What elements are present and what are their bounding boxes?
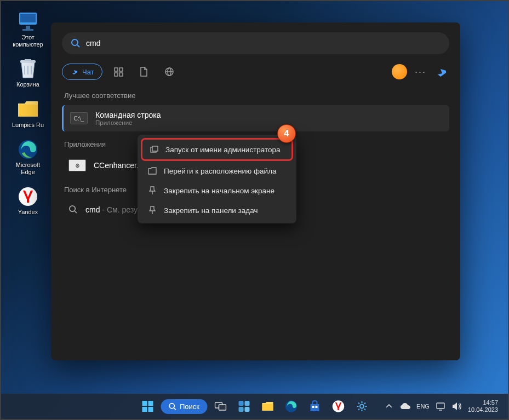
taskbar-edge[interactable] — [281, 396, 301, 417]
svg-rect-27 — [219, 405, 226, 410]
svg-rect-12 — [119, 73, 123, 76]
tab-web[interactable] — [161, 63, 178, 80]
bing-icon — [70, 67, 79, 76]
svg-point-35 — [332, 400, 344, 412]
cmd-icon: C:\_ — [70, 112, 88, 124]
svg-rect-20 — [142, 401, 147, 406]
desktop-icon-folder[interactable]: Lumpics Ru — [9, 99, 47, 129]
menu-label: Закрепить на панели задач — [164, 206, 258, 215]
desktop-icon-label: Lumpics Ru — [12, 122, 44, 129]
result-title: Командная строка — [95, 111, 161, 119]
taskbar-search[interactable]: Поиск — [161, 399, 207, 414]
desktop-icon-edge[interactable]: MicrosoftEdge — [9, 139, 47, 176]
svg-rect-28 — [238, 401, 243, 406]
monitor-icon — [17, 11, 39, 33]
context-menu: Запуск от имени администратора Перейти к… — [138, 135, 296, 223]
menu-run-admin[interactable]: Запуск от имени администратора — [141, 138, 293, 161]
tray-network[interactable] — [435, 401, 446, 412]
menu-label: Перейти к расположению файла — [164, 167, 277, 175]
svg-rect-11 — [115, 73, 118, 76]
cmd-file-icon: ⚙ — [68, 159, 86, 171]
desktop-icon-yandex[interactable]: Yandex — [9, 186, 47, 216]
result-cmd[interactable]: C:\_ Командная строка Приложение — [62, 105, 449, 131]
tray-language[interactable]: ENG — [416, 403, 430, 410]
taskbar-yandex[interactable] — [328, 396, 348, 417]
more-button[interactable]: ··· — [415, 66, 426, 78]
desktop-icon-this-pc[interactable]: Этоткомпьютер — [9, 11, 47, 48]
svg-line-8 — [77, 45, 79, 47]
desktop-icon-label: Этоткомпьютер — [13, 34, 43, 48]
section-best-match: Лучшее соответствие — [64, 91, 447, 100]
taskbar-store[interactable] — [304, 396, 325, 417]
taskbar: Поиск ENG 14:57 10.04.2023 — [1, 394, 508, 419]
desktop-icon-label: Корзина — [16, 81, 39, 88]
pin-icon — [147, 186, 157, 195]
taskbar-widgets[interactable] — [233, 396, 254, 417]
svg-rect-34 — [315, 406, 317, 408]
desktop-icon-label: Yandex — [18, 209, 38, 216]
tab-chat[interactable]: Чат — [62, 64, 102, 80]
search-icon — [71, 38, 81, 48]
taskbar-settings[interactable] — [351, 396, 372, 417]
tab-label: Чат — [82, 68, 94, 76]
svg-rect-2 — [26, 26, 30, 29]
svg-rect-37 — [437, 403, 444, 409]
search-icon — [168, 402, 176, 411]
time: 14:57 — [468, 399, 498, 406]
svg-rect-22 — [142, 407, 147, 412]
yandex-icon — [17, 186, 39, 208]
search-box[interactable] — [62, 32, 449, 54]
search-label: Поиск — [180, 402, 199, 411]
taskbar-explorer[interactable] — [257, 396, 278, 417]
svg-point-6 — [19, 187, 37, 206]
folder-icon — [17, 99, 39, 120]
tab-documents[interactable] — [135, 63, 153, 80]
annotation-badge-4: 4 — [277, 124, 296, 143]
tray-clock[interactable]: 14:57 10.04.2023 — [468, 399, 498, 413]
tab-apps[interactable] — [110, 63, 128, 80]
menu-open-location[interactable]: Перейти к расположению файла — [141, 161, 293, 181]
svg-rect-10 — [119, 68, 123, 71]
svg-rect-1 — [20, 14, 36, 22]
taskbar-start[interactable] — [137, 396, 158, 417]
svg-rect-9 — [115, 68, 118, 71]
menu-label: Запуск от имени администратора — [165, 146, 281, 154]
desktop-icon-label: MicrosoftEdge — [16, 162, 41, 176]
svg-point-24 — [169, 403, 174, 408]
svg-rect-19 — [152, 146, 158, 151]
folder-icon — [147, 166, 157, 176]
edge-icon — [17, 139, 39, 160]
search-input[interactable] — [86, 39, 441, 48]
user-avatar[interactable] — [392, 64, 407, 79]
svg-point-7 — [72, 39, 78, 45]
svg-rect-23 — [148, 407, 153, 412]
date: 10.04.2023 — [468, 406, 498, 413]
svg-rect-29 — [244, 401, 249, 406]
svg-rect-33 — [312, 406, 314, 408]
svg-rect-30 — [238, 407, 243, 412]
svg-line-17 — [75, 211, 77, 213]
tray-volume[interactable] — [451, 401, 462, 412]
svg-point-16 — [70, 206, 75, 211]
recycle-bin-icon — [17, 58, 39, 80]
svg-rect-21 — [148, 401, 153, 406]
svg-point-36 — [360, 405, 364, 409]
search-icon — [68, 205, 78, 214]
pin-icon — [147, 205, 157, 215]
tray-chevron[interactable] — [384, 401, 394, 412]
tray-onedrive[interactable] — [400, 401, 411, 412]
menu-pin-taskbar[interactable]: Закрепить на панели задач — [141, 200, 293, 220]
shield-icon — [149, 145, 159, 154]
bing-logo[interactable] — [434, 64, 449, 79]
taskbar-task-view[interactable] — [210, 396, 231, 417]
result-subtitle: Приложение — [95, 119, 161, 126]
menu-pin-start[interactable]: Закрепить на начальном экране — [141, 181, 293, 200]
desktop-icon-recycle-bin[interactable]: Корзина — [9, 58, 47, 88]
svg-rect-3 — [22, 29, 33, 31]
svg-rect-31 — [244, 407, 249, 412]
svg-line-25 — [174, 408, 175, 410]
menu-label: Закрепить на начальном экране — [164, 187, 274, 195]
